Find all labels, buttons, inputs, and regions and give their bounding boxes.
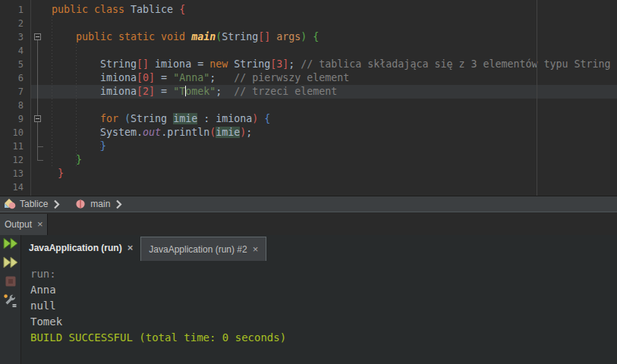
- line-number[interactable]: 12: [0, 153, 30, 167]
- code-token: ;: [216, 86, 234, 97]
- code-line[interactable]: String[] imiona = new String[3]; // tabl…: [52, 58, 611, 71]
- code-token: ;: [209, 72, 234, 83]
- code-line[interactable]: [52, 180, 611, 194]
- code-line[interactable]: imiona[0] = "Anna"; // pierwszy element: [52, 71, 611, 85]
- rerun-icon[interactable]: [2, 237, 19, 249]
- output-tab-label: Output: [5, 219, 32, 230]
- fold-guide: [37, 122, 38, 146]
- code-area[interactable]: public class Tablice { public static voi…: [52, 3, 611, 194]
- breadcrumb-item-method[interactable]: main: [71, 196, 133, 212]
- line-number[interactable]: 9: [0, 112, 30, 126]
- code-line[interactable]: }: [52, 153, 611, 167]
- code-line[interactable]: for (String imie : imiona) {: [52, 112, 611, 126]
- line-number[interactable]: 6: [0, 71, 30, 85]
- close-icon[interactable]: ×: [127, 244, 134, 252]
- fold-toggle-icon[interactable]: [34, 115, 41, 122]
- code-token: "Anna": [173, 72, 209, 83]
- close-icon[interactable]: ×: [37, 221, 43, 228]
- console-tab[interactable]: JavaApplication (run)×: [21, 235, 140, 261]
- code-token: imie: [216, 127, 240, 138]
- stop-icon[interactable]: [2, 275, 19, 287]
- code-token: [52, 168, 58, 179]
- code-token: (: [216, 31, 222, 42]
- code-line[interactable]: [52, 99, 611, 112]
- breadcrumb-item-class[interactable]: Tablice: [0, 196, 71, 212]
- code-token: String: [131, 113, 173, 124]
- console-line: run:: [30, 266, 286, 282]
- console-tab-label: JavaApplication (run): [29, 243, 122, 253]
- line-number[interactable]: 8: [0, 99, 30, 112]
- gutter[interactable]: 1234567891011121314: [0, 3, 30, 194]
- code-token: imiona: [52, 72, 137, 83]
- line-number[interactable]: 2: [0, 17, 30, 30]
- code-token: []: [258, 31, 270, 42]
- output-window-tabbar: Output ×: [0, 212, 617, 235]
- breadcrumb-label: Tablice: [20, 199, 48, 209]
- code-line[interactable]: }: [52, 167, 611, 180]
- code-token: .println: [161, 127, 209, 138]
- code-line[interactable]: imiona[2] = "Tomek"; // trzeci element: [52, 85, 611, 99]
- output-window-tab[interactable]: Output ×: [0, 214, 48, 235]
- ant-settings-icon[interactable]: [2, 294, 19, 306]
- line-number[interactable]: 13: [0, 167, 30, 180]
- code-token: []: [137, 58, 149, 70]
- code-token: (: [209, 127, 216, 138]
- console-tab-label: JavaApplication (run) #2: [149, 244, 247, 255]
- chevron-right-icon: [53, 199, 60, 209]
- code-token: }: [58, 168, 64, 179]
- chevron-right-icon: [115, 199, 122, 209]
- line-number[interactable]: 14: [0, 180, 30, 194]
- breadcrumb-label: main: [90, 199, 110, 209]
- code-token: ;: [288, 58, 301, 70]
- console-line: BUILD SUCCESSFUL (total time: 0 seconds): [30, 330, 286, 346]
- code-token: }: [76, 154, 82, 165]
- code-line[interactable]: }: [52, 140, 611, 153]
- code-editor[interactable]: 1234567891011121314 public class Tablice…: [0, 0, 617, 196]
- code-token: =: [155, 86, 173, 97]
- code-token: [3]: [270, 58, 288, 70]
- console-line: null: [30, 298, 286, 314]
- code-line[interactable]: [52, 44, 611, 58]
- right-margin-guide: [537, 0, 537, 196]
- line-number[interactable]: 4: [0, 44, 30, 58]
- close-icon[interactable]: ×: [253, 246, 259, 253]
- console-line: Tomek: [30, 314, 286, 330]
- code-token: imiona =: [149, 58, 209, 70]
- code-token: [2]: [137, 86, 155, 97]
- code-token: new: [209, 58, 228, 70]
- output-panel: JavaApplication (run)×JavaApplication (r…: [0, 235, 617, 364]
- line-number[interactable]: 11: [0, 140, 30, 153]
- code-token: "T: [173, 86, 185, 97]
- code-token: [0]: [137, 72, 155, 83]
- breadcrumb: Tablice main: [0, 196, 617, 212]
- code-token: [118, 113, 124, 124]
- code-token: {: [264, 113, 270, 124]
- code-line[interactable]: [52, 17, 611, 30]
- code-token: }: [100, 140, 106, 152]
- rerun-changed-icon[interactable]: [2, 256, 19, 268]
- fold-column[interactable]: [31, 0, 52, 196]
- code-line[interactable]: public static void main(String[] args) {: [52, 30, 611, 44]
- code-token: System.: [52, 127, 143, 138]
- console-output: run:AnnanullTomekBUILD SUCCESSFUL (total…: [30, 266, 286, 346]
- method-icon: [74, 198, 87, 210]
- code-token: out: [143, 127, 161, 138]
- line-number[interactable]: 7: [0, 85, 30, 99]
- class-icon: [4, 198, 16, 210]
- fold-toggle-icon[interactable]: [34, 33, 41, 40]
- code-token: main: [191, 31, 216, 42]
- console-tab[interactable]: JavaApplication (run) #2×: [140, 237, 266, 261]
- line-number[interactable]: 5: [0, 58, 30, 71]
- line-number[interactable]: 3: [0, 30, 30, 44]
- code-line[interactable]: System.out.println(imie);: [52, 126, 611, 140]
- code-token: [52, 140, 100, 152]
- code-line[interactable]: public class Tablice {: [52, 3, 611, 17]
- code-token: (: [124, 113, 131, 124]
- netbeans-window: 1234567891011121314 public class Tablice…: [0, 0, 617, 364]
- line-number[interactable]: 10: [0, 126, 30, 140]
- code-token: =: [155, 72, 173, 83]
- line-number[interactable]: 1: [0, 3, 30, 17]
- fold-guide: [37, 160, 43, 161]
- code-token: String: [222, 31, 258, 42]
- code-token: omek": [185, 86, 216, 97]
